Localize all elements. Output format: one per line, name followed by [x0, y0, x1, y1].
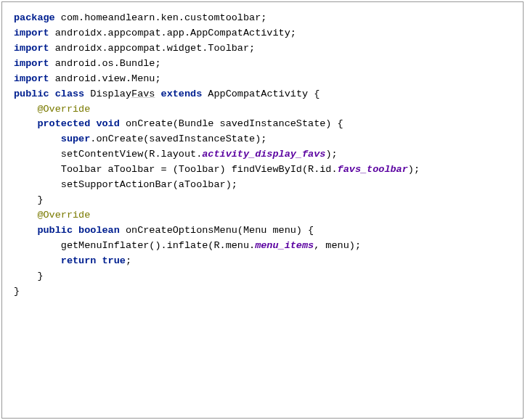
code-line: return true;	[14, 254, 511, 269]
code-line: Toolbar aToolbar = (Toolbar) findViewByI…	[14, 162, 511, 178]
keyword-import: import	[14, 73, 49, 84]
keyword-import: import	[14, 58, 49, 69]
text: Display	[84, 88, 131, 99]
text: ;	[126, 255, 131, 266]
code-line: import android.os.Bundle;	[14, 57, 511, 72]
keyword-package: package	[14, 12, 55, 23]
text: onCreateOptionsMenu(Menu menu) {	[120, 225, 314, 236]
text: AppCompatActivity {	[202, 88, 320, 99]
text: com.homeandlearn.ken.customtoolbar;	[55, 12, 267, 23]
code-line: }	[14, 284, 511, 300]
text: , menu);	[314, 240, 361, 251]
text	[155, 88, 160, 99]
code-line: }	[14, 193, 511, 208]
code-line: getMenuInflater().inflate(R.menu.menu_it…	[14, 239, 511, 254]
code-line: setSupportActionBar(aToolbar);	[14, 178, 511, 193]
resource-id: favs_toolbar	[338, 164, 408, 175]
text: Favs	[131, 88, 155, 99]
code-line: import androidx.appcompat.widget.Toolbar…	[14, 41, 511, 57]
text: .onCreate(savedInstanceState);	[90, 133, 266, 144]
text: androidx.appcompat.app.AppCompatActivity…	[49, 28, 296, 38]
resource-id: menu_items	[255, 240, 314, 251]
code-line: super.onCreate(savedInstanceState);	[14, 132, 511, 147]
text: Toolbar aToolbar = (Toolbar) findViewByI…	[14, 164, 338, 175]
code-line: }	[14, 269, 511, 284]
text: android.view.Menu;	[49, 73, 161, 84]
annotation: @Override	[14, 102, 511, 118]
text: );	[325, 149, 337, 160]
keyword-method: protected void	[14, 118, 120, 129]
text: onCreate(Bundle savedInstanceState) {	[120, 118, 343, 129]
keyword-import: import	[14, 28, 49, 38]
text: );	[408, 164, 420, 175]
resource-id: activity_display_favs	[202, 149, 325, 160]
annotation: @Override	[14, 208, 511, 223]
keyword-return: return true	[14, 255, 126, 266]
keyword-class: public class	[14, 88, 84, 99]
text: getMenuInflater().inflate(R.menu.	[14, 240, 255, 251]
code-line: import androidx.appcompat.app.AppCompatA…	[14, 26, 511, 41]
text: setContentView(R.layout.	[14, 149, 202, 160]
keyword-super: super	[14, 133, 90, 144]
code-block: package com.homeandlearn.ken.customtoolb…	[1, 1, 524, 419]
keyword-import: import	[14, 43, 49, 54]
code-line: public class DisplayFavs extends AppComp…	[14, 87, 511, 102]
text: android.os.Bundle;	[49, 58, 161, 69]
keyword-method: public boolean	[14, 225, 120, 236]
code-line: setContentView(R.layout.activity_display…	[14, 147, 511, 162]
code-line: public boolean onCreateOptionsMenu(Menu …	[14, 223, 511, 239]
keyword-extends: extends	[161, 88, 203, 99]
code-line: import android.view.Menu;	[14, 72, 511, 87]
code-line: package com.homeandlearn.ken.customtoolb…	[14, 11, 511, 26]
text: androidx.appcompat.widget.Toolbar;	[49, 43, 256, 54]
code-line: protected void onCreate(Bundle savedInst…	[14, 117, 511, 132]
